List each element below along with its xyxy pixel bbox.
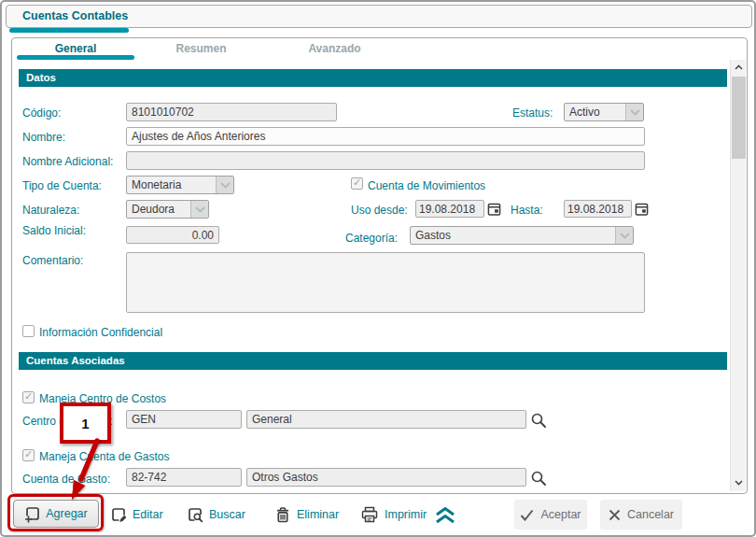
buscar-button[interactable]: Buscar xyxy=(187,504,245,525)
trash-icon xyxy=(274,506,291,524)
nombre-adicional-label: Nombre Adicional: xyxy=(22,155,113,168)
vertical-scrollbar[interactable] xyxy=(730,60,746,491)
centro-de-costos-code-input[interactable]: GEN xyxy=(126,410,242,429)
naturaleza-value: Deudora xyxy=(127,201,190,218)
estatus-select[interactable]: Activo xyxy=(564,103,644,121)
tab-avanzado[interactable]: Avanzado xyxy=(268,42,401,57)
imprimir-label: Imprimir xyxy=(385,508,427,521)
callout-step-number: 1 xyxy=(81,416,89,431)
informacion-confidencial-checkbox[interactable] xyxy=(22,325,35,337)
collapse-toolbar-button[interactable] xyxy=(433,504,457,525)
nombre-label: Nombre: xyxy=(22,131,65,144)
chevron-down-icon[interactable] xyxy=(615,227,633,244)
chevron-down-icon[interactable] xyxy=(625,104,643,120)
nombre-input[interactable]: Ajustes de Años Anteriores xyxy=(126,127,645,146)
tipo-de-cuenta-select[interactable]: Monetaria xyxy=(126,176,234,194)
scrollbar-thumb[interactable] xyxy=(732,77,746,159)
printer-icon xyxy=(360,506,379,523)
scroll-up-icon[interactable] xyxy=(731,60,747,75)
eliminar-button[interactable]: Eliminar xyxy=(274,504,339,525)
callout-arrow-icon xyxy=(53,436,109,511)
cancelar-label: Cancelar xyxy=(627,508,674,521)
window-title-tab[interactable]: Cuentas Contables xyxy=(22,9,128,22)
section-header-datos: Datos xyxy=(19,69,727,87)
aceptar-button[interactable]: Aceptar xyxy=(514,500,587,530)
edit-document-icon xyxy=(110,506,127,523)
codigo-input[interactable]: 8101010702 xyxy=(126,103,337,121)
aceptar-label: Aceptar xyxy=(540,508,581,521)
section-header-cuentas-asociadas: Cuentas Asociadas xyxy=(19,352,727,370)
tipo-de-cuenta-label: Tipo de Cuenta: xyxy=(22,179,102,192)
hasta-input[interactable]: 19.08.2018 xyxy=(564,200,632,218)
check-icon xyxy=(520,509,534,521)
scroll-down-icon[interactable] xyxy=(731,475,747,490)
uso-desde-label: Uso desde: xyxy=(351,204,408,217)
hasta-label: Hasta: xyxy=(511,204,543,217)
informacion-confidencial-label: Información Confidencial xyxy=(39,326,162,339)
saldo-inicial-label: Saldo Inicial: xyxy=(22,224,97,237)
categoria-select[interactable]: Gastos xyxy=(410,226,634,245)
estatus-label: Estatus: xyxy=(512,106,553,120)
tipo-de-cuenta-value: Monetaria xyxy=(127,177,216,193)
naturaleza-label: Naturaleza: xyxy=(22,204,79,217)
buscar-label: Buscar xyxy=(209,508,245,521)
chevron-down-icon[interactable] xyxy=(216,177,233,193)
cuenta-de-gasto-code-input[interactable]: 82-742 xyxy=(126,468,242,487)
uso-desde-calendar-icon[interactable] xyxy=(486,201,501,217)
comentario-label: Comentario: xyxy=(22,254,83,267)
active-tab-indicator xyxy=(17,55,134,60)
cuenta-de-movimientos-label: Cuenta de Movimientos xyxy=(368,179,485,192)
categoria-label: Categoría: xyxy=(345,232,398,245)
editar-button[interactable]: Editar xyxy=(110,504,163,525)
imprimir-button[interactable]: Imprimir xyxy=(360,504,427,525)
centro-de-costos-search-icon[interactable] xyxy=(530,412,547,429)
cuenta-de-gasto-name-input[interactable]: Otros Gastos xyxy=(246,468,526,487)
comentario-textarea[interactable] xyxy=(126,252,645,313)
chevron-down-icon[interactable] xyxy=(190,201,208,218)
search-document-icon xyxy=(187,506,203,523)
estatus-value: Activo xyxy=(565,104,625,120)
nombre-adicional-input[interactable] xyxy=(126,151,645,170)
cancelar-button[interactable]: Cancelar xyxy=(600,500,682,530)
uso-desde-input[interactable]: 19.08.2018 xyxy=(415,200,484,218)
x-icon xyxy=(609,509,621,521)
chevron-double-up-icon xyxy=(433,506,457,524)
cuenta-de-movimientos-checkbox[interactable] xyxy=(351,177,363,190)
maneja-cuenta-de-gastos-checkbox[interactable] xyxy=(22,449,35,461)
editar-label: Editar xyxy=(133,508,163,521)
categoria-value: Gastos xyxy=(411,227,615,244)
naturaleza-select[interactable]: Deudora xyxy=(126,200,209,219)
tab-resumen[interactable]: Resumen xyxy=(134,42,268,57)
centro-de-costos-name-input[interactable]: General xyxy=(246,410,526,429)
codigo-label: Código: xyxy=(22,106,61,120)
active-window-tab-indicator xyxy=(9,28,129,33)
cuentas-contables-window: Cuentas Contables General Resumen Avanza… xyxy=(0,0,756,537)
eliminar-label: Eliminar xyxy=(297,508,339,521)
maneja-centro-de-costos-checkbox[interactable] xyxy=(22,391,35,403)
saldo-inicial-input[interactable]: 0.00 xyxy=(126,226,219,244)
cuenta-de-gasto-search-icon[interactable] xyxy=(530,470,547,487)
hasta-calendar-icon[interactable] xyxy=(634,201,649,217)
